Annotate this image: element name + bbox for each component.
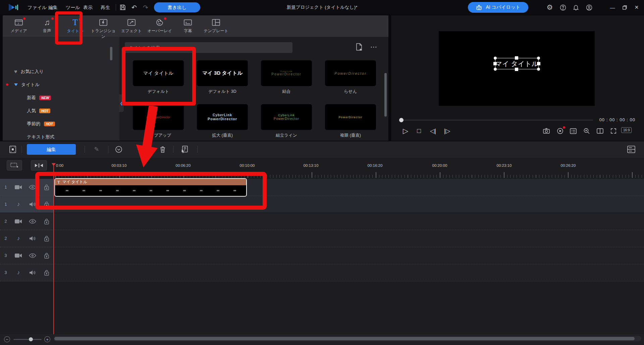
restore-button[interactable]: [620, 4, 629, 11]
settings-gear-icon[interactable]: ⚙: [545, 3, 554, 11]
tab-template[interactable]: テンプレート: [202, 17, 230, 36]
render-preview-icon[interactable]: [554, 126, 566, 136]
visibility-eye-icon[interactable]: [25, 219, 40, 224]
horizontal-scrollbar[interactable]: [54, 336, 641, 341]
tab-media[interactable]: ♪ メディア: [5, 17, 33, 36]
visibility-eye-icon[interactable]: [25, 185, 40, 190]
lock-icon[interactable]: [40, 253, 54, 259]
undo-button[interactable]: ↶: [130, 3, 139, 11]
title-clip[interactable]: T マイ タイトル: [54, 178, 247, 197]
next-frame-button[interactable]: |▷: [441, 126, 453, 136]
snapshot-camera-icon[interactable]: [541, 126, 552, 136]
edit-mode-button[interactable]: 編集: [27, 144, 76, 155]
tab-effect[interactable]: エフェクト: [117, 17, 146, 36]
redo-button[interactable]: ↷: [141, 3, 150, 11]
collapse-panel-button[interactable]: ❮: [119, 94, 124, 112]
resize-handle[interactable]: [494, 57, 497, 60]
speaker-icon[interactable]: [25, 236, 40, 241]
menu-play[interactable]: 再生: [97, 0, 113, 15]
template-card-default-3d[interactable]: マイ 3D タイトル デフォルト 3D: [197, 60, 248, 94]
save-button[interactable]: [118, 3, 127, 11]
track-header[interactable]: 3: [0, 247, 54, 264]
resize-handle[interactable]: [493, 62, 497, 65]
lock-icon[interactable]: [40, 235, 54, 242]
razor-pen-icon[interactable]: ✎: [91, 144, 103, 155]
resize-handle[interactable]: [537, 57, 540, 60]
track-lane[interactable]: [54, 196, 644, 213]
play-button[interactable]: ▷: [400, 126, 411, 136]
marker-split-button[interactable]: [31, 160, 47, 170]
template-card-spiral[interactable]: PowerDirector らせん: [325, 60, 376, 94]
sidebar-group-title[interactable]: タイトル: [14, 81, 40, 89]
sidebar-item-favorites[interactable]: ♥ お気に入り: [14, 68, 44, 76]
seek-handle[interactable]: [399, 118, 404, 122]
template-card-compound-eye[interactable]: PowerDirector 複眼 (垂直): [325, 104, 376, 138]
zoom-in-button[interactable]: +: [44, 336, 50, 342]
track-lane[interactable]: [54, 230, 644, 247]
lock-icon[interactable]: [40, 184, 54, 190]
sidebar-item-text-format[interactable]: テキスト形式: [27, 133, 54, 141]
zoom-slider-track[interactable]: [13, 339, 42, 340]
track-header[interactable]: 1 ♪: [0, 196, 54, 213]
resize-handle[interactable]: [537, 68, 540, 71]
close-button[interactable]: ✕: [632, 4, 641, 11]
track-lane[interactable]: [54, 213, 644, 230]
menu-edit[interactable]: 編集: [45, 0, 61, 15]
track-lane[interactable]: [54, 264, 644, 281]
speaker-icon[interactable]: [25, 202, 40, 207]
export-button[interactable]: 書き出し: [154, 2, 200, 12]
tab-audio[interactable]: ♫ 音声: [33, 17, 61, 36]
template-card-zoom-vertical[interactable]: CyberLinkPowerDirector 拡大 (垂直): [197, 104, 248, 138]
room-view-icon[interactable]: [7, 144, 19, 155]
tab-transition[interactable]: トランジション: [89, 17, 117, 36]
track-header[interactable]: 2: [0, 213, 54, 230]
video-frame[interactable]: マイ タイトル: [439, 31, 595, 106]
scrollbar-thumb[interactable]: [54, 337, 635, 340]
grid-scrollbar[interactable]: [384, 73, 387, 117]
resize-handle[interactable]: [515, 68, 518, 71]
panel-layout-icon[interactable]: [625, 144, 637, 155]
minimize-button[interactable]: —: [608, 4, 617, 11]
track-header[interactable]: 3 ♪: [0, 264, 54, 281]
zoom-slider-handle[interactable]: [29, 337, 33, 341]
timing-menu-icon[interactable]: [113, 144, 125, 155]
resize-handle[interactable]: [515, 56, 518, 60]
sidebar-item-popular[interactable]: 人気 HOT: [27, 107, 50, 115]
resize-handle[interactable]: [537, 62, 540, 65]
track-header[interactable]: 2 ♪: [0, 230, 54, 247]
sidebar-item-new[interactable]: 新着 NEW: [27, 94, 51, 102]
selected-text-object[interactable]: マイ タイトル: [495, 58, 539, 69]
tab-title[interactable]: T タイトル: [61, 17, 89, 36]
playhead[interactable]: [53, 163, 54, 336]
aspect-ratio-badge[interactable]: 16:9: [621, 127, 632, 133]
seek-bar[interactable]: [401, 120, 593, 120]
notifications-bell-icon[interactable]: [572, 3, 580, 11]
sidebar-item-seasonal[interactable]: 季節的 HOT: [27, 120, 55, 128]
zoom-out-button[interactable]: −: [4, 336, 10, 342]
tab-subtitle[interactable]: 字幕: [174, 17, 202, 36]
speaker-icon[interactable]: [25, 270, 40, 275]
details-list-icon[interactable]: [568, 126, 579, 136]
stop-button[interactable]: □: [413, 126, 425, 136]
template-card-combine[interactable]: CyberLinkPowerDirector 結合: [261, 60, 312, 94]
previous-frame-button[interactable]: ◁|: [427, 126, 439, 136]
visibility-eye-icon[interactable]: [25, 253, 40, 258]
select-clips-icon[interactable]: [179, 144, 191, 155]
track-header[interactable]: 1: [0, 179, 54, 196]
menu-view[interactable]: 表示: [80, 0, 96, 15]
template-card-default[interactable]: マイ タイトル デフォルト: [133, 60, 184, 94]
lock-icon[interactable]: [40, 270, 54, 276]
lock-icon[interactable]: [40, 201, 54, 207]
track-manager-button[interactable]: [7, 160, 22, 170]
track-lane[interactable]: [54, 247, 644, 264]
template-card-assembly-line[interactable]: CyberLinkPowerDirector 組立ライン: [261, 104, 312, 138]
tab-overlay[interactable]: オーバーレイ: [146, 17, 174, 36]
account-icon[interactable]: [585, 3, 593, 11]
lock-icon[interactable]: [40, 218, 54, 224]
more-options-icon[interactable]: ⋯: [370, 43, 378, 51]
zoom-magnifier-icon[interactable]: [581, 126, 592, 136]
dual-view-icon[interactable]: [594, 126, 606, 136]
search-input[interactable]: [125, 42, 292, 53]
ai-copilot-button[interactable]: AI コパイロット: [468, 2, 528, 13]
sidebar-scrollbar[interactable]: [110, 47, 112, 60]
